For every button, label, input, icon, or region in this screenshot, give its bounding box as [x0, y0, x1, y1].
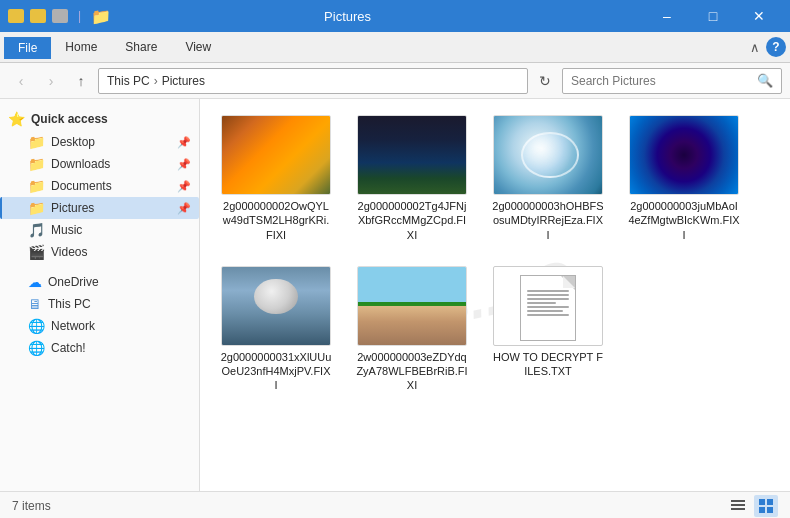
- music-folder-icon: 🎵: [28, 222, 45, 238]
- thispc-icon: 🖥: [28, 296, 42, 312]
- file-item-2[interactable]: 2g000000002Tg4JFNjXbfGRccMMgZCpd.FIXI: [352, 111, 472, 246]
- close-button[interactable]: ✕: [736, 0, 782, 32]
- files-grid: 2g000000002OwQYLw49dTSM2LH8grKRi.FIXI 2g…: [216, 111, 774, 397]
- sidebar-item-thispc-label: This PC: [48, 297, 91, 311]
- network-icon: 🌐: [28, 318, 45, 334]
- ribbon: File Home Share View ∧ ?: [0, 32, 790, 63]
- sidebar-item-thispc[interactable]: 🖥 This PC: [0, 293, 199, 315]
- main-layout: ⭐ Quick access 📁 Desktop 📌 📁 Downloads 📌…: [0, 99, 790, 491]
- sidebar-item-videos-label: Videos: [51, 245, 87, 259]
- svg-rect-0: [731, 500, 745, 502]
- svg-rect-2: [731, 508, 745, 510]
- search-input[interactable]: [571, 74, 757, 88]
- sidebar-item-downloads-label: Downloads: [51, 157, 110, 171]
- window-title: Pictures: [51, 9, 644, 24]
- file-label-6: 2w000000003eZDYdqZyA78WLFBEBrRiB.FIXI: [356, 350, 468, 393]
- sidebar-item-pictures-label: Pictures: [51, 201, 94, 215]
- svg-rect-6: [767, 507, 773, 513]
- sidebar-item-desktop[interactable]: 📁 Desktop 📌: [0, 131, 199, 153]
- quick-access-icon: ⭐: [8, 111, 25, 127]
- documents-folder-icon: 📁: [28, 178, 45, 194]
- documents-pin-icon: 📌: [177, 180, 191, 193]
- downloads-pin-icon: 📌: [177, 158, 191, 171]
- txt-document-icon: [520, 275, 576, 341]
- downloads-folder-icon: 📁: [28, 156, 45, 172]
- refresh-button[interactable]: ↻: [532, 68, 558, 94]
- file-thumb-3: [493, 115, 603, 195]
- path-segment-thispc: This PC: [107, 74, 150, 88]
- list-view-button[interactable]: [726, 495, 750, 517]
- item-count: 7 items: [12, 499, 51, 513]
- file-label-7: HOW TO DECRYPT FILES.TXT: [492, 350, 604, 379]
- search-icon[interactable]: 🔍: [757, 73, 773, 88]
- file-label-3: 2g000000003hOHBFSosuMDtyIRRejEza.FIXI: [492, 199, 604, 242]
- status-right: [726, 495, 778, 517]
- file-item-4[interactable]: 2g000000003juMbAoI4eZfMgtwBIcKWm.FIXI: [624, 111, 744, 246]
- minimize-button[interactable]: –: [644, 0, 690, 32]
- ribbon-collapse-icon[interactable]: ∧: [750, 40, 760, 55]
- address-path[interactable]: This PC › Pictures: [98, 68, 528, 94]
- maximize-button[interactable]: □: [690, 0, 736, 32]
- file-thumb-7: [493, 266, 603, 346]
- content-area: iS..LO 2g000000002OwQYLw49dTSM2LH8grKRi.…: [200, 99, 790, 491]
- tab-share[interactable]: Share: [111, 36, 171, 58]
- sidebar-item-videos[interactable]: 🎬 Videos: [0, 241, 199, 263]
- file-thumb-1: [221, 115, 331, 195]
- title-bar: | 📁 Pictures – □ ✕: [0, 0, 790, 32]
- file-item-1[interactable]: 2g000000002OwQYLw49dTSM2LH8grKRi.FIXI: [216, 111, 336, 246]
- file-label-5: 2g0000000031xXlUUuOeU23nfH4MxjPV.FIXI: [220, 350, 332, 393]
- catch-icon: 🌐: [28, 340, 45, 356]
- tab-view[interactable]: View: [171, 36, 225, 58]
- file-item-5[interactable]: 2g0000000031xXlUUuOeU23nfH4MxjPV.FIXI: [216, 262, 336, 397]
- svg-rect-5: [759, 507, 765, 513]
- file-label-2: 2g000000002Tg4JFNjXbfGRccMMgZCpd.FIXI: [356, 199, 468, 242]
- beach-thumbnail: [358, 267, 466, 345]
- sidebar-item-onedrive[interactable]: ☁ OneDrive: [0, 271, 199, 293]
- file-item-3[interactable]: 2g000000003hOHBFSosuMDtyIRRejEza.FIXI: [488, 111, 608, 246]
- file-item-6[interactable]: 2w000000003eZDYdqZyA78WLFBEBrRiB.FIXI: [352, 262, 472, 397]
- sidebar-item-downloads[interactable]: 📁 Downloads 📌: [0, 153, 199, 175]
- titlebar-controls: – □ ✕: [644, 0, 782, 32]
- sidebar-item-network[interactable]: 🌐 Network: [0, 315, 199, 337]
- tab-file[interactable]: File: [4, 37, 51, 59]
- svg-rect-3: [759, 499, 765, 505]
- file-label-1: 2g000000002OwQYLw49dTSM2LH8grKRi.FIXI: [220, 199, 332, 242]
- grid-view-button[interactable]: [754, 495, 778, 517]
- sidebar-item-music[interactable]: 🎵 Music: [0, 219, 199, 241]
- path-separator: ›: [154, 74, 158, 88]
- sidebar-item-documents[interactable]: 📁 Documents 📌: [0, 175, 199, 197]
- sidebar-item-music-label: Music: [51, 223, 82, 237]
- file-thumb-6: [357, 266, 467, 346]
- titlebar-icon2: [30, 9, 46, 23]
- file-thumb-4: [629, 115, 739, 195]
- sidebar-item-pictures[interactable]: 📁 Pictures 📌: [0, 197, 199, 219]
- sidebar-item-network-label: Network: [51, 319, 95, 333]
- file-item-7[interactable]: HOW TO DECRYPT FILES.TXT: [488, 262, 608, 397]
- tab-home[interactable]: Home: [51, 36, 111, 58]
- forward-button[interactable]: ›: [38, 68, 64, 94]
- status-bar: 7 items: [0, 491, 790, 518]
- address-bar: ‹ › ↑ This PC › Pictures ↻ 🔍: [0, 63, 790, 99]
- autumn-thumbnail: [222, 116, 330, 194]
- pictures-pin-icon: 📌: [177, 202, 191, 215]
- search-box[interactable]: 🔍: [562, 68, 782, 94]
- pictures-folder-icon: 📁: [28, 200, 45, 216]
- svg-rect-4: [767, 499, 773, 505]
- up-button[interactable]: ↑: [68, 68, 94, 94]
- help-button[interactable]: ?: [766, 37, 786, 57]
- quick-access-label: Quick access: [31, 112, 108, 126]
- sidebar-item-catch[interactable]: 🌐 Catch!: [0, 337, 199, 359]
- sidebar-section-quick-access[interactable]: ⭐ Quick access: [0, 107, 199, 131]
- sidebar-item-onedrive-label: OneDrive: [48, 275, 99, 289]
- sidebar-item-desktop-label: Desktop: [51, 135, 95, 149]
- sidebar-item-documents-label: Documents: [51, 179, 112, 193]
- night-thumbnail: [358, 116, 466, 194]
- file-label-4: 2g000000003juMbAoI4eZfMgtwBIcKWm.FIXI: [628, 199, 740, 242]
- back-button[interactable]: ‹: [8, 68, 34, 94]
- sidebar-item-catch-label: Catch!: [51, 341, 86, 355]
- titlebar-icon1: [8, 9, 24, 23]
- desktop-pin-icon: 📌: [177, 136, 191, 149]
- videos-folder-icon: 🎬: [28, 244, 45, 260]
- path-segment-pictures: Pictures: [162, 74, 205, 88]
- onedrive-icon: ☁: [28, 274, 42, 290]
